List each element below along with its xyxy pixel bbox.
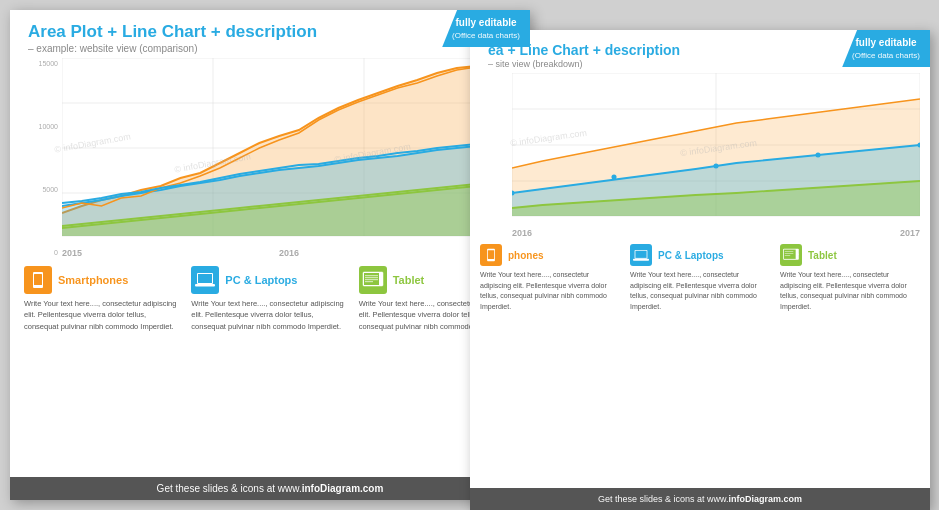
svg-point-37 (611, 175, 616, 180)
right-desc-tablet: Tablet Write Your text here...., consect… (780, 244, 920, 312)
tablet-icon (362, 271, 384, 289)
left-badge: fully editable (Office data charts) (442, 10, 530, 47)
svg-rect-23 (365, 281, 373, 282)
right-footer-text: Get these slides & icons at www. (598, 494, 729, 504)
svg-rect-42 (488, 250, 494, 259)
right-badge-sub: (Office data charts) (852, 50, 920, 61)
y-label-15000: 15000 (24, 60, 62, 67)
left-slide-subtitle: – example: website view (comparison) (28, 43, 512, 54)
right-footer: Get these slides & icons at www.infoDiag… (470, 488, 930, 510)
svg-rect-51 (785, 255, 790, 256)
desc-item-pclaptops: PC & Laptops Write Your text here...., c… (191, 266, 348, 332)
y-label-0: 0 (24, 249, 62, 256)
right-footer-brand: infoDiagram.com (729, 494, 803, 504)
svg-point-43 (490, 259, 491, 260)
right-x-2016: 2016 (512, 228, 532, 238)
svg-rect-45 (635, 250, 646, 257)
svg-point-14 (37, 286, 39, 288)
right-pclaptops-label: PC & Laptops (658, 250, 724, 261)
svg-point-39 (815, 153, 820, 158)
svg-rect-50 (785, 253, 794, 254)
svg-point-52 (796, 253, 798, 255)
svg-rect-49 (785, 251, 794, 252)
svg-rect-20 (365, 275, 378, 276)
right-pclaptops-icon-label: PC & Laptops (630, 244, 770, 266)
left-footer-text: Get these slides & icons at www. (157, 483, 302, 494)
badge-main-text: fully editable (452, 16, 520, 30)
right-desc-section: phones Write Your text here...., consect… (480, 244, 920, 312)
pclaptops-label: PC & Laptops (225, 274, 297, 286)
right-desc-pclaptops: PC & Laptops Write Your text here...., c… (630, 244, 770, 312)
svg-point-38 (713, 164, 718, 169)
x-label-2015: 2015 (62, 248, 82, 258)
right-x-axis: 2016 2017 (512, 218, 920, 238)
left-x-axis: 2015 2016 2017 (62, 238, 516, 258)
svg-rect-21 (365, 277, 378, 278)
y-label-10000: 10000 (24, 123, 62, 130)
x-label-2016: 2016 (279, 248, 299, 258)
badge-sub-text: (Office data charts) (452, 30, 520, 41)
left-slide-title: Area Plot + Line Chart + description (28, 22, 512, 42)
tablet-label: Tablet (393, 274, 425, 286)
svg-point-24 (379, 278, 382, 281)
right-badge-main: fully editable (852, 36, 920, 50)
y-label-5000: 5000 (24, 186, 62, 193)
svg-rect-22 (365, 279, 378, 280)
right-phone-icon (484, 248, 498, 262)
left-slide: fully editable (Office data charts) Area… (10, 10, 530, 500)
right-x-2017: 2017 (900, 228, 920, 238)
smartphone-icon-box (24, 266, 52, 294)
right-tablet-label: Tablet (808, 250, 837, 261)
left-chart-area: 15000 10000 5000 0 (24, 58, 516, 258)
right-badge: fully editable (Office data charts) (842, 30, 930, 67)
right-chart-area: 2016 2017 © infoDiagram.com © infoDiagra… (480, 73, 920, 238)
svg-rect-46 (633, 258, 649, 260)
left-desc-section: Smartphones Write Your text here...., co… (24, 266, 516, 332)
pclaptops-text: Write Your text here...., consectetur ad… (191, 298, 348, 332)
left-y-axis: 15000 10000 5000 0 (24, 58, 62, 258)
right-slide: fully editable (Office data charts) ea +… (470, 30, 930, 510)
right-chart-svg-wrap (512, 73, 920, 218)
desc-item-smartphones: Smartphones Write Your text here...., co… (24, 266, 181, 332)
right-phone-icon-box (480, 244, 502, 266)
right-tablet-icon (782, 248, 800, 262)
right-chart-svg (512, 73, 920, 218)
right-laptop-icon (633, 249, 649, 262)
right-phones-icon-label: phones (480, 244, 620, 266)
right-slide-subtitle: – site view (breakdown) (488, 59, 810, 69)
laptop-icon (195, 272, 215, 288)
svg-rect-17 (195, 284, 215, 287)
left-chart-svg-wrap (62, 58, 516, 238)
right-slide-title: ea + Line Chart + description (488, 42, 810, 58)
right-tablet-icon-box (780, 244, 802, 266)
right-tablet-text: Write Your text here...., consectetur ad… (780, 270, 920, 312)
right-y-axis (480, 73, 512, 238)
right-phones-text: Write Your text here...., consectetur ad… (480, 270, 620, 312)
left-footer: Get these slides & icons at www.infoDiag… (10, 477, 530, 500)
right-tablet-icon-label: Tablet (780, 244, 920, 266)
smartphones-text: Write Your text here...., consectetur ad… (24, 298, 181, 332)
svg-rect-48 (784, 250, 796, 259)
left-chart-svg (62, 58, 516, 238)
svg-rect-13 (34, 274, 42, 285)
right-desc-phones: phones Write Your text here...., consect… (480, 244, 620, 312)
smartphones-label: Smartphones (58, 274, 128, 286)
smartphones-icon-label: Smartphones (24, 266, 181, 294)
smartphone-icon (29, 271, 47, 289)
right-laptop-icon-box (630, 244, 652, 266)
pclaptops-icon-box (191, 266, 219, 294)
right-phones-label: phones (508, 250, 544, 261)
tablet-icon-box (359, 266, 387, 294)
left-footer-brand: infoDiagram.com (302, 483, 384, 494)
pclaptops-icon-label: PC & Laptops (191, 266, 348, 294)
svg-rect-16 (198, 274, 212, 283)
right-pclaptops-text: Write Your text here...., consectetur ad… (630, 270, 770, 312)
